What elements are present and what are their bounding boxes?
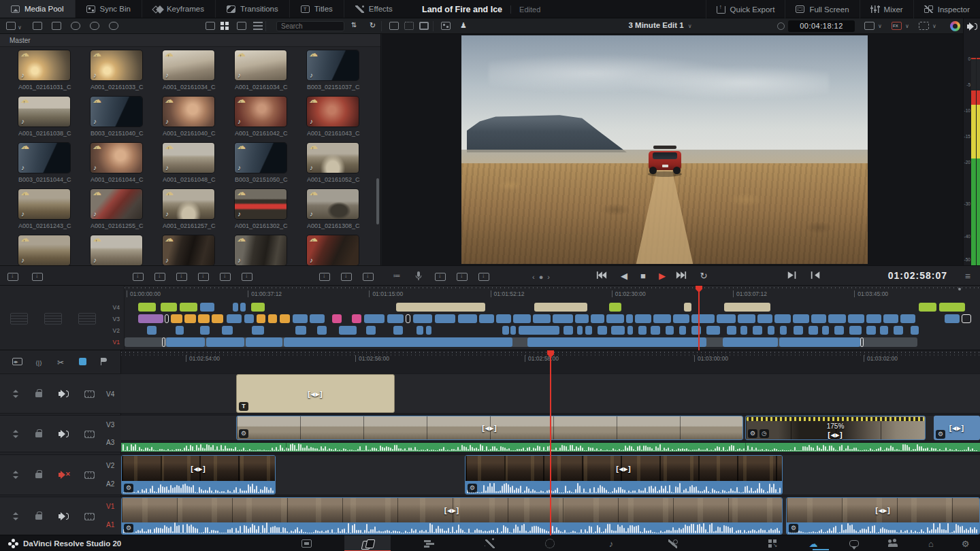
minimap-clip[interactable]: [577, 326, 583, 335]
minimap-clip[interactable]: [627, 326, 633, 335]
media-clip[interactable]: ☁↑♪A001_02161033_C...: [72, 49, 144, 95]
speaker-muted-icon[interactable]: ✕: [59, 471, 69, 480]
thumbnail-view-icon[interactable]: [220, 22, 230, 30]
minimap-clip[interactable]: [849, 326, 862, 335]
media-clip[interactable]: ☁↑♪A001_02161308_C...: [289, 188, 361, 234]
minimap-clip[interactable]: [317, 326, 327, 335]
minimap-clip[interactable]: [222, 326, 233, 335]
minimap-clip[interactable]: [679, 326, 686, 335]
minimap-clip[interactable]: [651, 326, 660, 335]
collaboration-button[interactable]: [877, 535, 909, 551]
minimap-clip[interactable]: [691, 314, 715, 323]
trim-handles-icon[interactable]: [482, 424, 497, 433]
retimed-video-clip[interactable]: 175%⚙◷: [745, 416, 926, 440]
minimap-clip[interactable]: [666, 326, 674, 335]
clip-thumbnail[interactable]: ☁↑♪: [307, 235, 359, 265]
refresh-icon[interactable]: ↻: [370, 21, 376, 30]
title-clip[interactable]: T: [236, 374, 395, 413]
timeline-settings-icon[interactable]: [7, 273, 18, 281]
minimap-clip[interactable]: [811, 314, 826, 323]
source-overwrite-icon[interactable]: [242, 273, 252, 281]
minimap-clip[interactable]: [435, 314, 455, 323]
clip-thumbnail[interactable]: ☁↑♪: [307, 143, 359, 173]
video-clip[interactable]: ⚙: [236, 416, 743, 440]
minimap-clip[interactable]: [757, 314, 772, 323]
video-clip[interactable]: ⚙: [934, 416, 980, 440]
clip-thumbnail[interactable]: ☁↑♪: [18, 189, 70, 219]
dynamic-trim-icon[interactable]: [33, 358, 45, 368]
minimap-clip[interactable]: [364, 314, 385, 323]
audio-video-clip[interactable]: ⚙: [121, 455, 276, 495]
minimap-clip[interactable]: [724, 303, 770, 312]
minimap-clip[interactable]: [706, 326, 720, 335]
minimap-clip[interactable]: [295, 326, 306, 335]
minimap-clip[interactable]: [606, 314, 624, 323]
cloud-import-icon[interactable]: [71, 22, 80, 30]
tab-titles[interactable]: Titles: [290, 0, 344, 18]
minimap-clip[interactable]: [251, 303, 265, 312]
minimap-clip[interactable]: [740, 326, 747, 335]
minimap-clip[interactable]: [534, 303, 587, 312]
settings-button[interactable]: ⚙: [951, 535, 980, 551]
track-header-v4[interactable]: V4: [0, 373, 121, 414]
media-clip[interactable]: ☁↑♪A001_02161302_C...: [216, 188, 289, 234]
speaker-icon[interactable]: [59, 430, 69, 439]
clip-thumbnail[interactable]: ☁↑♪: [91, 143, 142, 173]
clip-thumbnail[interactable]: ☁↑♪: [91, 189, 142, 219]
minimap-clip[interactable]: [513, 314, 531, 323]
minimap-clip[interactable]: [352, 314, 361, 323]
filmstrip-icon[interactable]: [84, 390, 95, 398]
page-fusion[interactable]: [467, 535, 513, 551]
page-media[interactable]: [283, 535, 329, 551]
play-around-button[interactable]: [784, 271, 800, 282]
minimap-clip[interactable]: [180, 303, 197, 312]
chat-button[interactable]: [838, 535, 870, 551]
minimap-clip[interactable]: [883, 314, 898, 323]
trim-handles-icon[interactable]: [191, 464, 206, 473]
clip-thumbnail[interactable]: ☁↑♪: [91, 97, 142, 127]
minimap-clip[interactable]: [161, 303, 177, 312]
clip-thumbnail[interactable]: ☁↑♪: [18, 50, 70, 80]
minimap-clip[interactable]: [808, 326, 818, 335]
minimap-clip[interactable]: [426, 326, 431, 335]
minimap-clip[interactable]: [502, 326, 509, 335]
overview-content[interactable]: 01:00:00:0001:00:37:1201:01:15:0001:01:5…: [125, 286, 980, 350]
trim-handles-icon[interactable]: [616, 464, 631, 473]
clip-thumbnail[interactable]: ☁↑♪: [163, 50, 214, 80]
minimap-clip[interactable]: [609, 303, 621, 312]
minimap-clip[interactable]: [939, 303, 965, 312]
minimap-clip[interactable]: [834, 326, 844, 335]
media-clip[interactable]: ☁↑♪A001_02161031_C...: [0, 49, 72, 95]
media-clip[interactable]: ☁↑♪A001_02161052_C...: [289, 141, 361, 188]
minimap-clip[interactable]: [171, 314, 182, 323]
minimap-clip[interactable]: [244, 314, 254, 323]
minimap-clip[interactable]: [406, 314, 410, 323]
minimap-clip[interactable]: [413, 314, 432, 323]
inspector-button[interactable]: Inspector: [913, 0, 980, 18]
minimap-clip[interactable]: [585, 326, 592, 335]
overview-ruler[interactable]: 01:00:00:0001:00:37:1201:01:15:0001:01:5…: [125, 286, 980, 301]
media-clip[interactable]: ☁↑♪: [0, 234, 72, 265]
timeline-duration[interactable]: 00:04:18:12: [788, 20, 855, 32]
tab-keyframes[interactable]: Keyframes: [142, 0, 216, 18]
media-clip[interactable]: ☁↑♪: [72, 234, 144, 265]
source-tape-view-icon[interactable]: [44, 313, 62, 324]
audio-video-clip[interactable]: ⚙: [465, 455, 783, 495]
minimap-clip[interactable]: [233, 303, 238, 312]
play-reverse-button[interactable]: ◀: [616, 271, 632, 281]
bin-breadcrumb[interactable]: Master: [0, 34, 380, 47]
chevron-down-icon[interactable]: ∨: [878, 23, 882, 29]
minimap-clip[interactable]: [860, 337, 864, 347]
media-clip[interactable]: ☁↑♪A001_02161243_C...: [0, 188, 72, 234]
clip-thumbnail[interactable]: ☁↑♪: [307, 97, 359, 127]
clip-thumbnail[interactable]: ☁↑♪: [235, 50, 287, 80]
quick-export-button[interactable]: Quick Export: [706, 0, 785, 18]
video-track-label[interactable]: V2: [106, 462, 114, 469]
trim-handles-icon[interactable]: [444, 506, 459, 515]
minimap-clip[interactable]: [165, 314, 169, 323]
minimap-clip[interactable]: [138, 314, 163, 323]
minimap-clip[interactable]: [240, 303, 246, 312]
full-screen-button[interactable]: Full Screen: [785, 0, 859, 18]
media-clip[interactable]: ☁↑♪A001_02161043_C...: [289, 95, 361, 141]
minimap-clip[interactable]: [252, 326, 264, 335]
